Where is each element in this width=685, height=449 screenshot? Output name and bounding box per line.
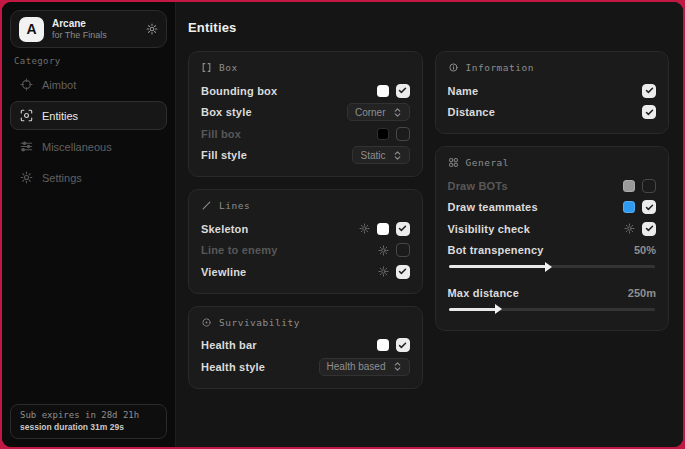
row-label: Visibility check [448,223,530,235]
row-label: Draw teammates [448,201,538,213]
subscription-info: Sub expires in 28d 21h session duration … [10,404,167,439]
box-style-dropdown[interactable]: Corner [347,103,410,121]
info-icon [448,62,459,73]
checkbox[interactable] [396,127,410,141]
color-swatch[interactable] [623,201,635,213]
gear-icon [20,171,33,184]
scan-target-icon [20,109,33,122]
sidebar-item-miscellaneous[interactable]: Miscellaneous [10,132,167,161]
color-swatch[interactable] [377,128,389,140]
row-draw-teammates: Draw teammates [448,197,657,219]
sidebar-item-label: Aimbot [42,79,76,91]
row-label: Skeleton [201,223,248,235]
card-information: Information Name Distance [435,51,670,134]
session-duration-text: session duration 31m 29s [20,422,157,432]
chevrons-up-down-icon [393,107,402,118]
checkbox[interactable] [642,179,656,193]
bot-transparency-slider[interactable] [449,265,656,268]
sidebar-item-settings[interactable]: Settings [10,163,167,192]
row-label: Viewline [201,266,246,278]
card-box: Box Bounding box Box style [188,51,423,177]
app-window: A Arcane for The Finals Category [2,2,683,447]
max-distance-slider[interactable] [449,308,656,311]
dropdown-value: Static [360,150,385,161]
row-health-bar: Health bar [201,335,410,357]
sidebar-item-aimbot[interactable]: Aimbot [10,70,167,99]
crosshair-icon [20,78,33,91]
color-swatch[interactable] [377,339,389,351]
sidebar-item-entities[interactable]: Entities [10,101,167,130]
color-swatch[interactable] [623,180,635,192]
row-draw-bots: Draw BOTs [448,175,657,197]
row-line-to-enemy: Line to enemy [201,240,410,262]
card-general: General Draw BOTs Draw teammates [435,146,670,331]
row-viewline: Viewline [201,261,410,283]
checkbox[interactable] [396,84,410,98]
row-skeleton: Skeleton [201,218,410,240]
category-label: Category [14,56,163,66]
row-health-style: Health style Health based [201,356,410,378]
target-circle-icon [201,317,212,328]
sidebar-nav: Aimbot Entities [2,70,175,192]
checkbox[interactable] [642,105,656,119]
color-swatch[interactable] [377,85,389,97]
row-label: Name [448,85,479,97]
card-lines: Lines Skeleton [188,189,423,294]
checkbox[interactable] [396,222,410,236]
slider-value: 50% [634,244,656,256]
gear-icon[interactable] [378,266,389,277]
row-label: Box style [201,106,252,118]
row-bounding-box: Bounding box [201,80,410,102]
row-fill-box: Fill box [201,123,410,145]
sliders-icon [20,140,33,153]
grid-icon [448,157,459,168]
checkbox[interactable] [396,338,410,352]
chevrons-up-down-icon [393,150,402,161]
row-visibility-check: Visibility check [448,218,657,240]
app-subtitle: for The Finals [52,30,138,40]
card-title: Box [219,62,238,73]
slider-handle[interactable] [449,265,546,268]
row-label: Health style [201,361,265,373]
row-box-style: Box style Corner [201,102,410,124]
gear-icon[interactable] [359,223,370,234]
dropdown-value: Health based [327,361,386,372]
sidebar-item-label: Miscellaneous [42,141,112,153]
checkbox[interactable] [642,84,656,98]
row-label: Line to enemy [201,244,278,256]
health-style-dropdown[interactable]: Health based [319,358,410,376]
brackets-icon [201,62,212,73]
checkbox[interactable] [642,222,656,236]
gear-icon[interactable] [378,245,389,256]
slider-value: 250m [628,287,656,299]
gear-icon[interactable] [146,23,158,35]
row-label: Health bar [201,339,257,351]
brand-card[interactable]: A Arcane for The Finals [10,10,167,48]
main-panel: Entities Box Bounding box [176,2,683,447]
sub-expiry-text: Sub expires in 28d 21h [20,410,157,420]
row-label: Fill style [201,149,247,161]
sidebar-item-label: Entities [42,110,78,122]
checkbox[interactable] [642,200,656,214]
row-distance: Distance [448,102,657,124]
card-title: Survivability [219,317,300,328]
page-title: Entities [188,20,669,35]
card-survivability: Survivability Health bar Health style [188,306,423,389]
row-max-distance: Max distance 250m [448,282,657,304]
row-label: Fill box [201,128,241,140]
sidebar-item-label: Settings [42,172,82,184]
checkbox[interactable] [396,265,410,279]
slider-handle[interactable] [449,308,496,311]
checkbox[interactable] [396,243,410,257]
screen-background: A Arcane for The Finals Category [0,0,685,449]
color-swatch[interactable] [377,223,389,235]
row-label: Bot transpenency [448,244,544,256]
chevrons-up-down-icon [393,361,402,372]
gear-icon[interactable] [624,223,635,234]
diagonal-line-icon [201,200,212,211]
fill-style-dropdown[interactable]: Static [352,146,409,164]
app-title: Arcane [52,18,138,30]
row-label: Draw BOTs [448,180,508,192]
card-title: Lines [219,200,250,211]
card-title: General [466,157,510,168]
